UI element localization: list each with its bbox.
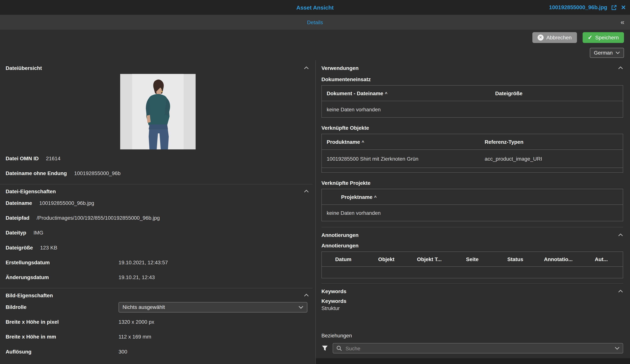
table-header-row: Projektname^	[322, 189, 623, 205]
relations-search-row	[322, 343, 623, 354]
section-header-file-properties[interactable]: Datei-Eigenschaften	[0, 184, 316, 196]
chevron-up-icon[interactable]	[618, 233, 623, 236]
bildrolle-select[interactable]: Nichts ausgewählt	[118, 302, 307, 312]
column-header[interactable]: Produktname^	[322, 139, 480, 145]
product-name-cell: 10019285500 Shirt mit Zierknoten Grün	[322, 156, 480, 162]
language-select-label: German	[594, 50, 613, 56]
search-input[interactable]	[345, 345, 612, 352]
field-row: Breite x Höhe in mm 112 x 169 mm	[0, 329, 316, 344]
column-header[interactable]: Objekt T...	[408, 256, 451, 262]
cancel-circle-icon: ✕	[538, 34, 544, 40]
export-icon[interactable]	[611, 4, 617, 11]
section-header-keywords[interactable]: Keywords	[322, 284, 623, 296]
column-header[interactable]: Aut...	[580, 256, 623, 262]
field-row: Dateityp IMG	[0, 225, 316, 240]
tab-bar: Details «	[0, 15, 630, 30]
title-bar-right: 100192855000_96b.jpg ✕	[549, 4, 626, 11]
section-header-annotations[interactable]: Annotierungen	[322, 227, 623, 239]
field-value: 100192855000_96b	[74, 170, 120, 176]
column-header[interactable]: Annotatio...	[537, 256, 580, 262]
sort-asc-icon: ^	[362, 140, 364, 144]
sort-asc-icon: ^	[374, 194, 377, 200]
column-header-label: Produktname	[326, 139, 360, 145]
close-icon[interactable]: ✕	[621, 4, 626, 10]
sort-asc-icon: ^	[385, 91, 388, 96]
language-select[interactable]: German	[590, 48, 624, 58]
section-header-usages[interactable]: Verwendungen	[322, 60, 623, 72]
cancel-button-label: Abbrechen	[546, 34, 572, 40]
collapse-panel-icon[interactable]: «	[620, 19, 624, 26]
chevron-up-icon[interactable]	[304, 190, 309, 193]
column-header-label: Dokument - Dateiname	[326, 90, 383, 96]
tab-details[interactable]: Details	[307, 19, 323, 25]
asset-thumbnail[interactable]	[120, 74, 196, 150]
keywords-value: Struktur	[322, 305, 623, 312]
image-properties-fields: Bildrolle Nichts ausgewählt Breite x Höh…	[0, 300, 316, 359]
language-bar: German	[0, 45, 630, 60]
column-header[interactable]: Objekt	[365, 256, 408, 262]
content-area: Dateiübersicht	[0, 60, 630, 364]
search-icon	[336, 346, 342, 351]
field-label: Datei OMN ID	[6, 156, 38, 162]
field-row: Breite x Höhe in pixel 1320 x 2000 px	[0, 314, 316, 329]
filter-icon[interactable]	[322, 345, 328, 352]
save-button[interactable]: ✓ Speichern	[582, 32, 624, 43]
keywords-subtitle: Keywords	[322, 298, 623, 304]
table-empty-row	[322, 267, 623, 278]
subsection-title-linked-objects: Verknüpfte Objekte	[322, 125, 623, 131]
thumbnail-container	[0, 74, 316, 150]
reference-type-cell: acc_product_image_URI	[480, 156, 623, 162]
check-icon: ✓	[588, 34, 592, 40]
chevron-up-icon[interactable]	[304, 294, 309, 297]
bottom-strip	[316, 358, 630, 364]
section-title: Keywords	[322, 288, 346, 294]
field-row: Dateiname ohne Endung 100192855000_96b	[0, 166, 316, 181]
file-properties-fields: Dateiname 100192855000_96b.jpg Dateipfad…	[0, 196, 316, 285]
table-empty-row: keine Daten vorhanden	[322, 101, 623, 117]
column-header[interactable]: Referenz-Typen	[480, 139, 623, 145]
chevron-down-icon	[298, 306, 304, 309]
subsection-title-document-usage: Dokumenteneinsatz	[322, 76, 623, 83]
right-panel: Verwendungen Dokumenteneinsatz Dokument …	[316, 60, 630, 364]
chevron-up-icon[interactable]	[618, 290, 623, 293]
relations-label: Beziehungen	[322, 332, 623, 339]
linked-projects-table: Projektname^ keine Daten vorhanden	[322, 189, 623, 221]
column-header-label: Projektname	[341, 194, 372, 200]
section-title: Verwendungen	[322, 65, 358, 71]
table-header-row: Datum Objekt Objekt T... Seite Status An…	[322, 252, 623, 267]
chevron-up-icon[interactable]	[304, 66, 309, 70]
section-header-file-overview[interactable]: Dateiübersicht	[0, 60, 316, 72]
field-label: Dateiname	[6, 200, 32, 206]
table-scroll-strip[interactable]	[322, 168, 623, 172]
section-title: Dateiübersicht	[6, 65, 42, 71]
column-header[interactable]: Projektname^	[322, 194, 623, 200]
field-value: 19.10.21, 12:43	[118, 274, 155, 280]
save-button-label: Speichern	[595, 34, 619, 40]
table-header-row: Dokument - Dateiname^ Dateigröße	[322, 86, 623, 101]
document-usage-table: Dokument - Dateiname^ Dateigröße keine D…	[322, 85, 623, 118]
chevron-up-icon[interactable]	[618, 66, 623, 70]
empty-message: keine Daten vorhanden	[322, 210, 386, 216]
field-row: Datei OMN ID 21614	[0, 151, 316, 166]
column-header[interactable]: Dokument - Dateiname^	[322, 90, 490, 96]
asset-filename: 100192855000_96b.jpg	[549, 4, 607, 10]
chevron-down-icon[interactable]	[615, 346, 620, 350]
field-row: Dateigröße 123 KB	[0, 240, 316, 255]
field-value: /Productimages/100/192/855/100192855000_…	[37, 215, 160, 221]
column-header[interactable]: Dateigröße	[490, 90, 623, 96]
column-header[interactable]: Status	[494, 256, 537, 262]
column-header[interactable]: Datum	[322, 256, 365, 262]
column-header[interactable]: Seite	[451, 256, 494, 262]
search-box	[332, 343, 623, 354]
title-bar: Asset Ansicht 100192855000_96b.jpg ✕	[0, 0, 630, 15]
field-label: Änderungsdatum	[6, 274, 118, 280]
field-label: Dateityp	[6, 230, 26, 236]
field-value: 300	[118, 349, 127, 355]
section-header-image-properties[interactable]: Bild-Eigenschaften	[0, 288, 316, 300]
section-title: Datei-Eigenschaften	[6, 188, 56, 194]
field-label: Dateiname ohne Endung	[6, 170, 67, 176]
field-label: Dateipfad	[6, 215, 30, 221]
section-title: Bild-Eigenschaften	[6, 292, 53, 298]
table-row[interactable]: 10019285500 Shirt mit Zierknoten Grün ac…	[322, 150, 623, 168]
cancel-button[interactable]: ✕ Abbrechen	[532, 32, 577, 43]
